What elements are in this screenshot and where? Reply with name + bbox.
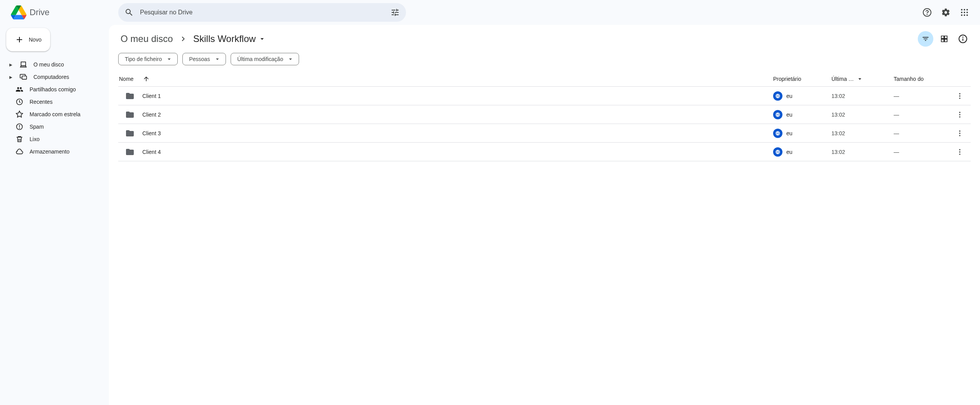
row-size-label: —: [894, 112, 952, 118]
sidebar-item-label: Marcado com estrela: [30, 111, 80, 117]
folder-icon: [125, 91, 135, 101]
svg-point-29: [959, 116, 960, 117]
table-row[interactable]: Client 2 eu 13:02 —: [118, 105, 971, 124]
dropdown-icon: [856, 75, 863, 82]
search-input[interactable]: [137, 9, 387, 16]
main-content: O meu disco Skills Workflow: [109, 25, 980, 405]
sidebar-item-spam[interactable]: Spam: [6, 120, 103, 133]
filter-people-chip[interactable]: Pessoas: [182, 53, 226, 65]
owner-avatar-icon: [773, 110, 782, 119]
svg-point-37: [959, 149, 960, 150]
search-icon[interactable]: [121, 5, 137, 20]
more-actions-icon[interactable]: [954, 108, 966, 121]
column-size-header[interactable]: Tamanho do: [894, 76, 952, 82]
filter-modified-chip[interactable]: Última modificação: [231, 53, 299, 65]
svg-point-10: [966, 14, 968, 16]
sidebar-item-starred[interactable]: Marcado com estrela: [6, 108, 103, 120]
owner-avatar-icon: [773, 129, 782, 138]
new-button-label: Novo: [29, 37, 42, 43]
my-drive-icon: [19, 61, 27, 68]
grid-view-icon[interactable]: [936, 31, 952, 47]
sidebar-item-label: O meu disco: [33, 61, 64, 68]
filter-people-label: Pessoas: [189, 56, 210, 62]
svg-point-19: [963, 37, 963, 37]
column-name-label: Nome: [119, 76, 133, 82]
sidebar-item-label: Partilhados comigo: [30, 86, 76, 93]
svg-point-7: [966, 12, 968, 13]
expand-triangle-icon[interactable]: ▶: [9, 63, 13, 67]
sidebar-item-my-drive[interactable]: ▶O meu disco: [6, 58, 103, 71]
filter-modified-label: Última modificação: [237, 56, 283, 62]
svg-rect-12: [22, 76, 27, 79]
new-button[interactable]: Novo: [6, 28, 50, 51]
svg-point-4: [966, 9, 968, 10]
apps-grid-icon[interactable]: [957, 5, 972, 20]
column-owner-header[interactable]: Proprietário: [773, 76, 831, 82]
breadcrumb: O meu disco Skills Workflow: [118, 32, 268, 46]
sidebar-item-computers[interactable]: ▶Computadores: [6, 71, 103, 83]
header: Drive: [0, 0, 980, 25]
search-options-icon[interactable]: [387, 5, 403, 20]
svg-point-24: [959, 98, 960, 99]
svg-point-39: [959, 154, 960, 155]
more-actions-icon[interactable]: [954, 146, 966, 158]
breadcrumb-root[interactable]: O meu disco: [118, 32, 175, 46]
more-actions-icon[interactable]: [954, 127, 966, 140]
row-modified-label: 13:02: [831, 149, 894, 155]
svg-point-27: [959, 112, 960, 113]
svg-point-22: [959, 93, 960, 94]
breadcrumb-current[interactable]: Skills Workflow: [191, 32, 268, 46]
svg-point-1: [927, 14, 928, 15]
info-icon[interactable]: [955, 31, 971, 47]
filter-type-chip[interactable]: Tipo de ficheiro: [118, 53, 178, 65]
folder-icon: [125, 129, 135, 138]
column-modified-header[interactable]: Última …: [831, 75, 894, 82]
svg-point-28: [959, 114, 960, 115]
more-actions-icon[interactable]: [954, 90, 966, 102]
svg-point-2: [961, 9, 962, 10]
breadcrumb-current-label: Skills Workflow: [193, 33, 256, 44]
spam-icon: [16, 123, 23, 131]
computers-icon: [19, 73, 27, 81]
row-owner-label: eu: [786, 112, 793, 118]
sidebar-item-trash[interactable]: Lixo: [6, 133, 103, 145]
table-row[interactable]: Client 4 eu 13:02 —: [118, 143, 971, 161]
owner-avatar-icon: [773, 147, 782, 157]
svg-point-31: [777, 132, 779, 134]
row-owner-label: eu: [786, 93, 793, 99]
sidebar-item-shared[interactable]: Partilhados comigo: [6, 83, 103, 96]
expand-triangle-icon[interactable]: ▶: [9, 75, 13, 79]
storage-icon: [16, 148, 23, 155]
svg-point-38: [959, 151, 960, 152]
view-controls: [918, 31, 971, 47]
column-modified-label: Última …: [831, 76, 854, 82]
svg-point-21: [777, 95, 779, 96]
row-name-label: Client 4: [142, 149, 161, 155]
help-icon[interactable]: [919, 5, 935, 20]
sidebar-item-recent[interactable]: Recentes: [6, 96, 103, 108]
row-size-label: —: [894, 93, 952, 99]
dropdown-icon: [214, 56, 221, 63]
table-row[interactable]: Client 1 eu 13:02 —: [118, 87, 971, 105]
row-owner-label: eu: [786, 149, 793, 155]
header-actions: [919, 5, 974, 20]
column-name-header[interactable]: Nome: [118, 75, 773, 82]
filter-view-icon[interactable]: [918, 31, 933, 47]
trash-icon: [16, 135, 23, 143]
logo-area[interactable]: Drive: [6, 5, 115, 20]
sidebar-item-label: Recentes: [30, 99, 52, 105]
table-row[interactable]: Client 3 eu 13:02 —: [118, 124, 971, 143]
search-bar[interactable]: [118, 3, 406, 22]
dropdown-icon: [166, 56, 173, 63]
app-name: Drive: [30, 7, 49, 17]
row-modified-label: 13:02: [831, 93, 894, 99]
settings-icon[interactable]: [938, 5, 954, 20]
sort-ascending-icon[interactable]: [143, 75, 150, 82]
row-size-label: —: [894, 149, 952, 155]
plus-icon: [15, 35, 24, 44]
sidebar-item-storage[interactable]: Armazenamento: [6, 145, 103, 158]
svg-point-36: [777, 151, 779, 152]
svg-point-33: [959, 133, 960, 134]
recent-icon: [16, 98, 23, 106]
folder-icon: [125, 147, 135, 157]
